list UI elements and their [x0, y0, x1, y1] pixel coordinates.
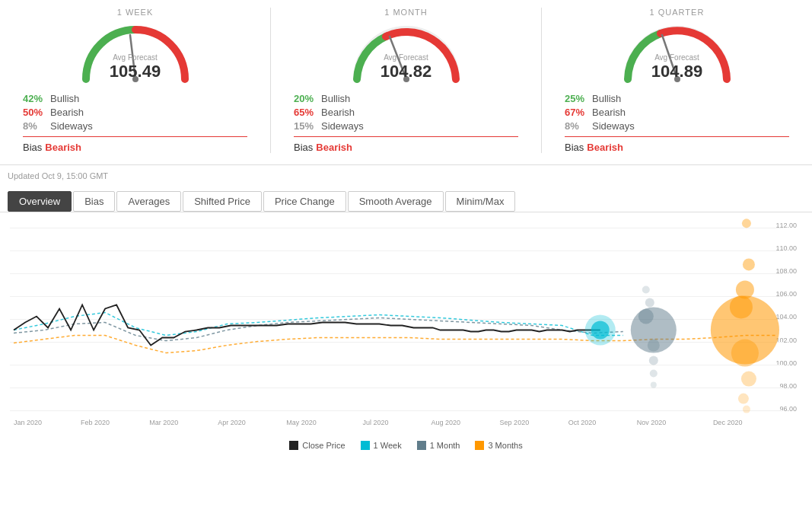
svg-point-48 — [730, 295, 753, 318]
bullish-row-2: 20% Bullish — [294, 93, 518, 104]
svg-point-39 — [648, 340, 660, 352]
updated-text: Updated Oct 9, 15:00 GMT — [0, 165, 812, 187]
bias-row-1: Bias Bearish — [23, 142, 247, 153]
bias-value-2: Bearish — [316, 142, 352, 153]
tab-minim-max[interactable]: Minim/Max — [445, 191, 516, 212]
bias-value-3: Bearish — [587, 142, 623, 153]
bullish-pct-1: 42% — [23, 93, 50, 104]
svg-point-53 — [743, 406, 750, 413]
forecast-panel-1week: 1 WEEK Avg Forecast 105.49 42% Bullis — [0, 8, 271, 153]
svg-text:Apr 2020: Apr 2020 — [218, 419, 246, 426]
bearish-row-1: 50% Bearish — [23, 107, 247, 118]
period-label-3: 1 QUARTER — [650, 8, 705, 17]
gauge-1week: Avg Forecast 105.49 — [75, 20, 196, 85]
stats-1quarter: 25% Bullish 67% Bearish 8% Sideways Bias… — [557, 91, 797, 153]
tab-averages[interactable]: Averages — [116, 191, 181, 212]
legend-label-3months: 3 Months — [488, 441, 522, 450]
bullish-row-3: 25% Bullish — [565, 93, 789, 104]
svg-point-42 — [651, 382, 657, 388]
forecast-panel-1quarter: 1 QUARTER Avg Forecast 104.89 25% Bullis… — [542, 8, 812, 153]
legend-color-3months — [475, 441, 484, 450]
stats-1week: 42% Bullish 50% Bearish 8% Sideways Bias… — [15, 91, 255, 153]
bearish-row-3: 67% Bearish — [565, 107, 789, 118]
svg-point-43 — [645, 298, 654, 307]
tab-price-change[interactable]: Price Change — [263, 191, 346, 212]
forecast-panel-1month: 1 MONTH Avg Forecast 104.82 20% Bullish … — [271, 8, 542, 153]
main-chart: 112.00 110.00 108.00 106.00 104.00 102.0… — [6, 215, 806, 436]
period-label-1: 1 WEEK — [117, 8, 154, 17]
tab-overview[interactable]: Overview — [8, 191, 72, 212]
period-label-2: 1 MONTH — [384, 8, 428, 17]
tab-smooth-average[interactable]: Smooth Average — [348, 191, 444, 212]
svg-text:Jan 2020: Jan 2020 — [14, 419, 42, 426]
legend-label-1month: 1 Month — [430, 441, 460, 450]
svg-text:May 2020: May 2020 — [286, 419, 317, 426]
bias-value-1: Bearish — [45, 142, 81, 153]
gauge-label-1: Avg Forecast — [110, 53, 161, 62]
svg-text:Feb 2020: Feb 2020 — [81, 419, 110, 426]
bullish-pct-2: 20% — [294, 93, 321, 104]
gauge-inner-3: Avg Forecast 104.89 — [651, 53, 702, 81]
gauge-inner-1: Avg Forecast 105.49 — [110, 53, 161, 81]
bearish-pct-2: 65% — [294, 107, 321, 118]
bullish-pct-3: 25% — [565, 93, 592, 104]
svg-text:Nov 2020: Nov 2020 — [637, 419, 667, 426]
forecast-section: 1 WEEK Avg Forecast 105.49 42% Bullis — [0, 0, 812, 165]
gauge-1quarter: Avg Forecast 104.89 — [616, 20, 738, 85]
svg-point-38 — [638, 308, 654, 324]
bullish-row-1: 42% Bullish — [23, 93, 247, 104]
bearish-row-2: 65% Bearish — [294, 107, 518, 118]
svg-point-36 — [585, 314, 616, 345]
svg-text:Jul 2020: Jul 2020 — [362, 419, 388, 426]
svg-text:Oct 2020: Oct 2020 — [568, 419, 597, 426]
sideways-row-1: 8% Sideways — [23, 120, 247, 132]
svg-text:Aug 2020: Aug 2020 — [431, 419, 461, 426]
gauge-label-2: Avg Forecast — [381, 53, 431, 62]
bearish-pct-3: 67% — [565, 107, 592, 118]
legend-color-1week — [361, 441, 370, 450]
svg-point-50 — [741, 372, 756, 387]
legend-close-price: Close Price — [289, 441, 345, 450]
sideways-row-2: 15% Sideways — [294, 120, 518, 132]
svg-point-41 — [650, 370, 658, 378]
legend-3months: 3 Months — [475, 441, 522, 450]
stats-1month: 20% Bullish 65% Bearish 15% Sideways Bia… — [286, 91, 526, 153]
svg-point-44 — [642, 286, 650, 293]
svg-text:Mar 2020: Mar 2020 — [149, 419, 178, 426]
tab-bias[interactable]: Bias — [73, 191, 115, 212]
sideways-row-3: 8% Sideways — [565, 120, 789, 132]
tabs-row: Overview Bias Averages Shifted Price Pri… — [0, 187, 812, 212]
gauge-value-2: 104.82 — [381, 62, 431, 81]
svg-point-51 — [738, 394, 749, 404]
sideways-pct-2: 15% — [294, 120, 321, 132]
svg-point-47 — [743, 258, 755, 270]
gauge-value-1: 105.49 — [110, 62, 161, 81]
gauge-1month: Avg Forecast 104.82 — [345, 20, 467, 85]
bias-row-2: Bias Bearish — [294, 142, 518, 153]
gauge-label-3: Avg Forecast — [651, 53, 702, 62]
sideways-pct-1: 8% — [23, 120, 50, 132]
gauge-value-3: 104.89 — [651, 62, 702, 81]
svg-point-40 — [649, 356, 658, 365]
sideways-pct-3: 8% — [565, 120, 592, 132]
legend-label-close: Close Price — [302, 441, 345, 450]
gauge-inner-2: Avg Forecast 104.82 — [381, 53, 431, 81]
bearish-pct-1: 50% — [23, 107, 50, 118]
chart-legend: Close Price 1 Week 1 Month 3 Months — [0, 436, 812, 456]
legend-label-1week: 1 Week — [374, 441, 402, 450]
legend-1week: 1 Week — [361, 441, 402, 450]
svg-text:Dec 2020: Dec 2020 — [713, 419, 743, 426]
svg-point-49 — [731, 340, 759, 367]
chart-area: 112.00 110.00 108.00 106.00 104.00 102.0… — [0, 215, 812, 436]
legend-color-1month — [417, 441, 426, 450]
legend-color-close — [289, 441, 298, 450]
tab-shifted-price[interactable]: Shifted Price — [183, 191, 262, 212]
legend-1month: 1 Month — [417, 441, 460, 450]
svg-text:Sep 2020: Sep 2020 — [500, 419, 530, 426]
svg-point-52 — [742, 219, 751, 228]
bias-row-3: Bias Bearish — [565, 142, 789, 153]
